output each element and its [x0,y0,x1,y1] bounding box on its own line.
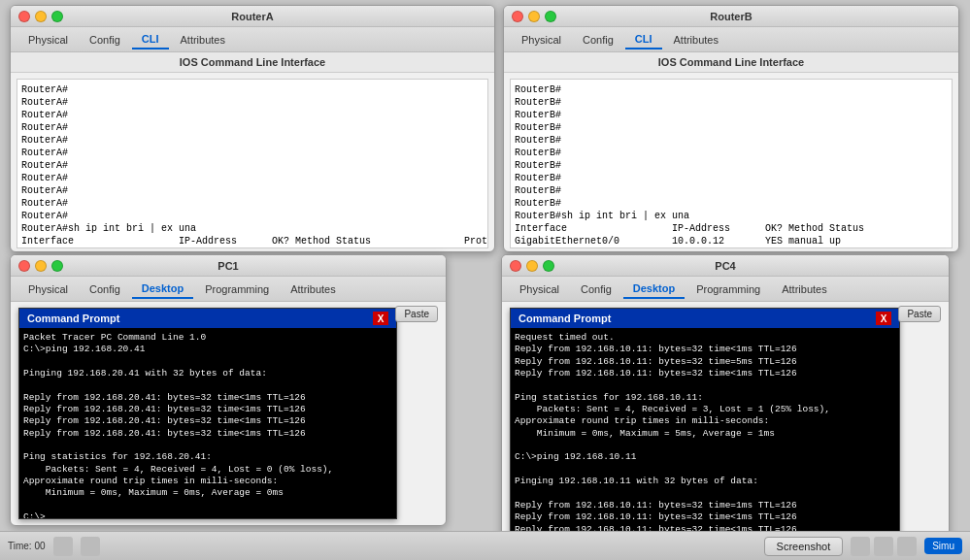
close-btn-router-a[interactable] [18,11,30,22]
tab-pc4-physical[interactable]: Physical [510,280,569,298]
close-btn-pc1[interactable] [18,260,30,272]
maximize-btn-router-b[interactable] [545,11,556,22]
router-b-cli-area[interactable]: RouterB# RouterB# RouterB# RouterB# Rout… [510,79,953,248]
time-display: Time: 00 [8,541,46,551]
pc1-outer-window: PC1 Physical Config Desktop Programming … [10,254,447,526]
router-b-titlebar: RouterB [504,6,958,27]
tab-pc1-physical[interactable]: Physical [18,280,78,298]
pc4-cmd-titlebar: Command Prompt X [511,309,899,328]
tab-pc4-attributes[interactable]: Attributes [772,280,836,298]
tab-pc4-desktop[interactable]: Desktop [623,280,685,299]
close-btn-pc4[interactable] [510,260,521,272]
tab-pc1-programming[interactable]: Programming [195,280,279,298]
pc4-cmd-window: Command Prompt X Request timed out. Repl… [510,308,900,550]
tab-router-b-cli[interactable]: CLI [625,30,662,49]
router-b-section-title: IOS Command Line Interface [504,52,958,73]
pc4-outer-window: PC4 Physical Config Desktop Programming … [501,254,950,555]
tab-router-a-attributes[interactable]: Attributes [171,31,235,49]
icon-right-3[interactable] [897,537,917,556]
pc4-tab-bar: Physical Config Desktop Programming Attr… [502,277,949,302]
pc4-title: PC4 [715,260,735,272]
pc1-cmd-body[interactable]: Packet Tracer PC Command Line 1.0 C:\>pi… [19,328,396,518]
tab-pc1-attributes[interactable]: Attributes [281,280,345,298]
close-btn-router-b[interactable] [512,11,523,22]
tab-pc4-programming[interactable]: Programming [686,280,770,298]
pc1-cmd-titlebar: Command Prompt X [19,309,396,328]
paste-button-pc4[interactable]: Paste [898,306,941,322]
router-a-window: RouterA Physical Config CLI Attributes I… [10,5,495,252]
pc1-cmd-window: Command Prompt X Packet Tracer PC Comman… [18,308,397,519]
router-a-cli-content: RouterA# RouterA# RouterA# RouterA# Rout… [21,83,484,248]
router-a-cli-area[interactable]: RouterA# RouterA# RouterA# RouterA# Rout… [17,79,488,248]
pc1-title: PC1 [217,260,238,272]
window-controls-router-a [18,11,63,22]
tab-router-a-config[interactable]: Config [80,31,130,49]
minimize-btn-router-a[interactable] [35,11,47,22]
router-a-titlebar: RouterA [11,6,494,27]
tab-router-b-config[interactable]: Config [573,31,623,49]
bottom-bar-left: Time: 00 [8,537,756,556]
tab-router-a-physical[interactable]: Physical [18,31,78,49]
router-b-window: RouterB Physical Config CLI Attributes I… [503,5,959,252]
maximize-btn-pc4[interactable] [543,260,554,272]
pc4-cmd-content: Request timed out. Reply from 192.168.10… [515,332,895,549]
pc1-cmd-close-button[interactable]: X [373,312,388,325]
pc4-cmd-title: Command Prompt [518,313,611,324]
pc4-cmd-close-button[interactable]: X [876,312,891,325]
router-b-title: RouterB [710,11,752,22]
pc1-tab-bar: Physical Config Desktop Programming Attr… [11,277,446,302]
minimize-btn-pc4[interactable] [526,260,538,272]
router-a-title: RouterA [231,11,273,22]
minimize-btn-router-b[interactable] [528,11,540,22]
window-controls-router-b [512,11,556,22]
pc4-cmd-body[interactable]: Request timed out. Reply from 192.168.10… [511,328,899,549]
window-controls-pc1 [18,260,63,272]
pc1-cmd-content: Packet Tracer PC Command Line 1.0 C:\>pi… [23,332,392,518]
router-b-cli-content: RouterB# RouterB# RouterB# RouterB# Rout… [515,83,948,248]
router-b-tab-bar: Physical Config CLI Attributes [504,27,958,52]
tab-pc4-config[interactable]: Config [571,280,621,298]
pc4-outer-titlebar: PC4 [502,255,949,277]
minimize-btn-pc1[interactable] [35,260,47,272]
tab-router-b-attributes[interactable]: Attributes [664,31,728,49]
maximize-btn-pc1[interactable] [51,260,63,272]
tab-router-b-physical[interactable]: Physical [512,31,571,49]
maximize-btn-router-a[interactable] [51,11,63,22]
tab-pc1-desktop[interactable]: Desktop [132,280,193,299]
bottom-bar: Time: 00 Screenshot Simu [0,531,970,560]
icon-right-1[interactable] [851,537,870,556]
simulate-button[interactable]: Simu [924,538,962,554]
nav-icon-1[interactable] [53,537,73,556]
main-container: RouterA Physical Config CLI Attributes I… [0,0,970,560]
icon-right-2[interactable] [874,537,893,556]
window-controls-pc4 [510,260,554,272]
tab-pc1-config[interactable]: Config [80,280,130,298]
nav-icon-2[interactable] [81,537,100,556]
tab-router-a-cli[interactable]: CLI [132,30,169,49]
pc1-cmd-title: Command Prompt [27,313,119,324]
screenshot-button[interactable]: Screenshot [764,537,844,556]
router-a-section-title: IOS Command Line Interface [11,52,494,73]
pc1-outer-titlebar: PC1 [11,255,446,277]
paste-button-pc1[interactable]: Paste [395,306,438,322]
router-a-tab-bar: Physical Config CLI Attributes [11,27,494,52]
